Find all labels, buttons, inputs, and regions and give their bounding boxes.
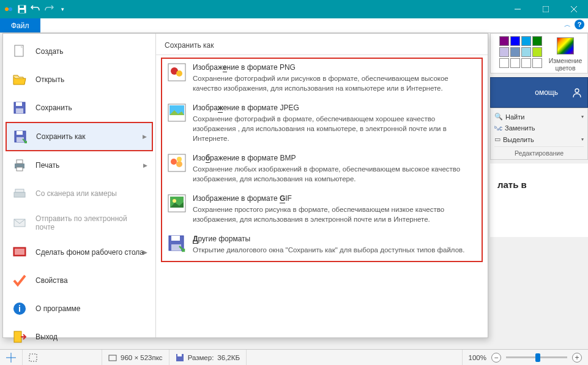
word-ribbon-peek: омощь — [490, 77, 588, 108]
sidebar-item-email: Отправить по электронной почте — [6, 208, 153, 238]
format-gif[interactable]: Изображение в формате GIFСохранение прос… — [162, 190, 482, 230]
close-button[interactable] — [560, 0, 588, 18]
wallpaper-icon — [12, 245, 27, 260]
submenu-arrow-icon: ▶ — [143, 249, 147, 255]
app-icon — [4, 4, 13, 14]
zoom-in-button[interactable]: + — [572, 353, 582, 363]
sidebar-item-open[interactable]: Открыть — [6, 66, 153, 94]
sidebar-item-wallpaper[interactable]: Сделать фоном рабочего стола ▶ — [6, 238, 153, 266]
svg-point-1 — [9, 7, 12, 11]
save-icon[interactable] — [17, 4, 27, 14]
new-icon — [12, 44, 27, 59]
sidebar-item-about[interactable]: i О программе — [6, 295, 153, 323]
svg-rect-21 — [15, 189, 24, 192]
sidebar-item-label: Открыть — [35, 75, 64, 84]
svg-point-0 — [5, 7, 9, 11]
maximize-button[interactable] — [532, 0, 560, 18]
selection-size — [23, 350, 102, 365]
png-icon — [167, 62, 187, 82]
backstage-submenu: Сохранить как Изображение в формате PNGС… — [156, 34, 488, 337]
save-as-icon — [13, 129, 28, 144]
canvas-dimensions: 960 × 523пкс — [102, 350, 169, 365]
sidebar-item-print[interactable]: Печать ▶ — [6, 151, 153, 179]
sidebar-item-save-as[interactable]: Сохранить как ▶ — [6, 122, 153, 151]
file-tab[interactable]: Файл — [0, 18, 40, 32]
select-button[interactable]: ▭Выделить▾ — [494, 134, 584, 145]
svg-rect-41 — [171, 236, 180, 241]
format-png[interactable]: Изображение в формате PNGСохранение фото… — [162, 59, 482, 99]
sidebar-item-properties[interactable]: Свойства — [6, 266, 153, 295]
redo-icon[interactable] — [44, 4, 54, 14]
checkmark-icon — [12, 273, 27, 288]
cursor-position — [0, 350, 23, 365]
document-peek: лать в — [490, 164, 588, 237]
zoom-level: 100% — [469, 354, 486, 361]
minimize-button[interactable] — [504, 0, 532, 18]
svg-rect-6 — [543, 6, 549, 12]
format-bmp[interactable]: Изображение в формате BMPСохранение любы… — [162, 149, 482, 190]
ribbon-tabs: Файл ︿ ? — [0, 18, 588, 33]
svg-point-30 — [176, 70, 182, 77]
info-icon: i — [12, 301, 27, 316]
open-icon — [12, 72, 27, 87]
word-help-label: омощь — [535, 88, 558, 97]
color-swatches[interactable] — [499, 36, 542, 68]
svg-rect-13 — [16, 108, 23, 113]
format-other[interactable]: Другие форматыОткрытие диалогового окна … — [162, 230, 482, 261]
format-jpeg[interactable]: Изображение в формате JPEGСохранение фот… — [162, 99, 482, 149]
zoom-out-button[interactable]: − — [491, 353, 501, 363]
svg-rect-27 — [14, 331, 21, 342]
sidebar-item-save[interactable]: Сохранить — [6, 94, 153, 122]
edit-colors-label: Изменение цветов — [547, 56, 584, 72]
window-controls — [504, 0, 588, 18]
dimensions-icon — [108, 353, 117, 362]
collapse-ribbon-icon[interactable]: ︿ — [564, 20, 571, 29]
file-size: Размер: 36,2КБ — [169, 350, 247, 365]
sidebar-item-label: Со сканера или камеры — [35, 189, 117, 198]
color-palette: Изменение цветов — [490, 33, 588, 73]
editing-panel: 🔍Найти▾ ᵇₐcЗаменить ▭Выделить▾ Редактиро… — [490, 108, 588, 160]
sidebar-item-label: Выход — [35, 333, 58, 341]
svg-point-39 — [173, 199, 176, 203]
submenu-title: Сохранить как — [156, 39, 488, 55]
replace-button[interactable]: ᵇₐcЗаменить — [494, 122, 584, 134]
customize-dropdown-icon[interactable]: ▾ — [58, 4, 67, 14]
zoom-slider[interactable] — [506, 356, 567, 358]
svg-rect-3 — [20, 6, 24, 8]
print-icon — [12, 158, 27, 173]
svg-rect-46 — [109, 355, 116, 361]
person-icon — [571, 87, 582, 98]
svg-rect-48 — [177, 354, 182, 356]
sidebar-item-new[interactable]: Создать — [6, 37, 153, 66]
sidebar-item-exit[interactable]: Выход — [6, 323, 153, 351]
sidebar-item-label: Сделать фоном рабочего стола — [35, 248, 144, 257]
submenu-arrow-icon: ▶ — [143, 162, 147, 168]
svg-text:i: i — [18, 304, 21, 314]
help-icon[interactable]: ? — [575, 20, 584, 29]
edit-colors-button[interactable] — [557, 37, 574, 55]
svg-rect-15 — [17, 131, 23, 135]
title-bar: ▾ — [0, 0, 588, 18]
right-background-ui: Изменение цветов омощь 🔍Найти▾ ᵇₐcЗамени… — [490, 33, 588, 237]
svg-rect-4 — [20, 10, 24, 13]
undo-icon[interactable] — [31, 4, 40, 14]
quick-access-toolbar: ▾ — [0, 4, 67, 14]
sidebar-item-label: Печать — [35, 161, 59, 170]
svg-point-34 — [171, 159, 177, 165]
disk-icon — [176, 353, 184, 362]
svg-rect-20 — [14, 192, 25, 197]
scanner-icon — [12, 186, 27, 201]
save-file-icon — [12, 100, 27, 115]
other-formats-icon — [167, 234, 187, 254]
sidebar-item-label: О программе — [35, 304, 80, 313]
status-bar: 960 × 523пкс Размер: 36,2КБ 100% − + — [0, 349, 588, 365]
crosshair-icon — [6, 353, 16, 363]
find-button[interactable]: 🔍Найти▾ — [494, 111, 584, 122]
svg-point-35 — [176, 161, 182, 167]
sidebar-item-scanner: Со сканера или камеры — [6, 179, 153, 208]
sidebar-item-label: Создать — [35, 47, 64, 56]
editing-group-label: Редактирование — [494, 146, 584, 157]
svg-rect-12 — [16, 102, 22, 106]
svg-point-36 — [177, 157, 182, 162]
svg-point-9 — [575, 89, 579, 92]
